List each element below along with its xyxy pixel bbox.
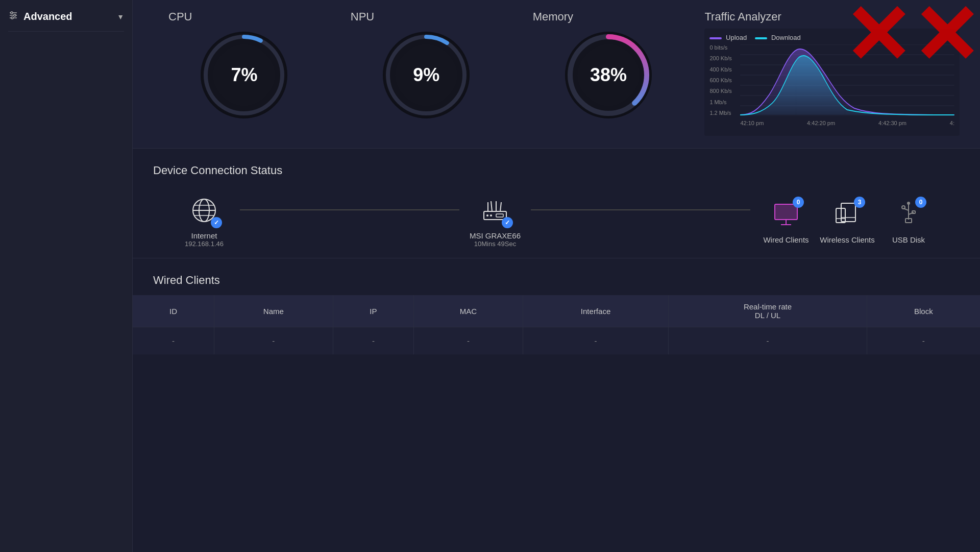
usb-disk-node: 0 USB Disk	[878, 197, 939, 244]
usb-disk-label: USB Disk	[892, 235, 925, 244]
upload-legend: Upload	[709, 34, 747, 41]
download-legend: Download	[755, 34, 800, 41]
x-axis-labels: 42:10 pm 4:42:20 pm 4:42:30 pm 4:	[740, 120, 954, 126]
npu-gauge: 9%	[383, 32, 470, 118]
cell-interface: -	[523, 327, 668, 355]
npu-section: NPU 9%	[335, 10, 518, 118]
memory-label: Memory	[518, 10, 573, 23]
wired-clients-label: Wired Clients	[763, 235, 808, 244]
svg-point-42	[902, 206, 905, 209]
svg-point-31	[490, 214, 492, 217]
svg-point-30	[486, 214, 488, 217]
svg-rect-32	[496, 214, 503, 217]
cpu-section: CPU 7%	[153, 10, 335, 118]
svg-point-4	[14, 14, 16, 16]
cell-id: -	[133, 327, 214, 355]
wired-clients-count-badge: 0	[793, 197, 804, 208]
chart-area: 1.2 Mb/s 1 Mb/s 800 Kb/s 600 Kb/s 400 Kb…	[709, 44, 954, 126]
chevron-down-icon[interactable]: ▼	[117, 13, 124, 21]
traffic-label: Traffic Analyzer	[704, 10, 960, 23]
wired-clients-icon-wrapper: 0	[768, 197, 804, 232]
svg-rect-33	[775, 204, 797, 220]
router-icon-wrapper: ✓	[477, 193, 513, 228]
sliders-icon	[8, 10, 18, 23]
chart-svg-wrapper	[740, 44, 954, 116]
internet-ip: 192.168.1.46	[185, 240, 224, 248]
internet-check-badge: ✓	[211, 217, 222, 228]
svg-rect-44	[912, 211, 915, 213]
upload-color-dot	[709, 37, 722, 39]
internet-icon-wrapper: ✓	[186, 193, 222, 228]
y-axis-labels: 1.2 Mb/s 1 Mb/s 800 Kb/s 600 Kb/s 400 Kb…	[709, 44, 731, 116]
device-row: ✓ Internet 192.168.1.46	[153, 193, 960, 248]
sidebar: Advanced ▼	[0, 0, 133, 552]
device-connection-section: Device Connection Status ✓ Internet 192.…	[133, 149, 980, 258]
cell-block: -	[867, 327, 980, 355]
svg-point-46	[907, 202, 910, 205]
table-header-row: ID Name IP MAC Interface Real-time rateD…	[133, 295, 980, 327]
cpu-value: 7%	[231, 64, 257, 86]
cpu-gauge: 7%	[201, 32, 287, 118]
col-name: Name	[214, 295, 333, 327]
svg-line-27	[491, 201, 492, 211]
chart-legend: Upload Download	[709, 34, 954, 41]
svg-point-3	[11, 12, 13, 14]
col-mac: MAC	[414, 295, 523, 327]
wireless-clients-node: 3 Wireless Clients	[817, 197, 878, 244]
internet-node: ✓ Internet 192.168.1.46	[174, 193, 235, 248]
router-uptime: 10Mins 49Sec	[474, 240, 516, 248]
router-node: ✓ MSI GRAXE66 10Mins 49Sec	[464, 193, 526, 248]
memory-value: 38%	[590, 64, 627, 86]
wireless-clients-label: Wireless Clients	[820, 235, 875, 244]
col-block: Block	[867, 295, 980, 327]
wireless-clients-count-badge: 3	[854, 197, 865, 208]
internet-name: Internet	[191, 231, 217, 240]
cell-rate: -	[669, 327, 867, 355]
cell-mac: -	[414, 327, 523, 355]
memory-section: Memory 38%	[518, 10, 700, 118]
wired-clients-section: Wired Clients ID Name IP MAC Interface R…	[133, 258, 980, 365]
router-name: MSI GRAXE66	[470, 231, 521, 240]
router-check-badge: ✓	[502, 217, 513, 228]
svg-point-5	[11, 17, 13, 19]
npu-value: 9%	[413, 64, 439, 86]
device-connection-title: Device Connection Status	[153, 164, 960, 177]
wired-clients-table: ID Name IP MAC Interface Real-time rateD…	[133, 295, 980, 354]
sidebar-title: Advanced	[23, 11, 72, 22]
svg-line-29	[500, 202, 501, 211]
npu-label: NPU	[335, 10, 374, 23]
col-rate: Real-time rateDL / UL	[669, 295, 867, 327]
wired-clients-title: Wired Clients	[133, 274, 980, 287]
metrics-panel: CPU 7% NPU 9%	[133, 0, 980, 149]
main-content: CPU 7% NPU 9%	[133, 0, 980, 552]
cell-ip: -	[333, 327, 414, 355]
col-id: ID	[133, 295, 214, 327]
table-row: - - - - - - -	[133, 327, 980, 355]
wired-clients-node: 0 Wired Clients	[755, 197, 817, 244]
sidebar-header[interactable]: Advanced ▼	[8, 10, 124, 32]
col-interface: Interface	[523, 295, 668, 327]
cell-name: -	[214, 327, 333, 355]
connection-line-2	[531, 209, 750, 210]
cpu-label: CPU	[153, 10, 192, 23]
wireless-clients-icon-wrapper: 3	[829, 197, 865, 232]
download-color-dot	[755, 37, 767, 39]
usb-disk-icon-wrapper: 0	[891, 197, 926, 232]
connection-line-1	[240, 209, 459, 210]
usb-disk-count-badge: 0	[915, 197, 926, 208]
traffic-section: Traffic Analyzer Upload Download 1.2 Mb/…	[699, 10, 960, 136]
memory-gauge: 38%	[565, 32, 652, 118]
col-ip: IP	[333, 295, 414, 327]
traffic-chart: Upload Download 1.2 Mb/s 1 Mb/s 800 Kb/s…	[704, 29, 960, 136]
